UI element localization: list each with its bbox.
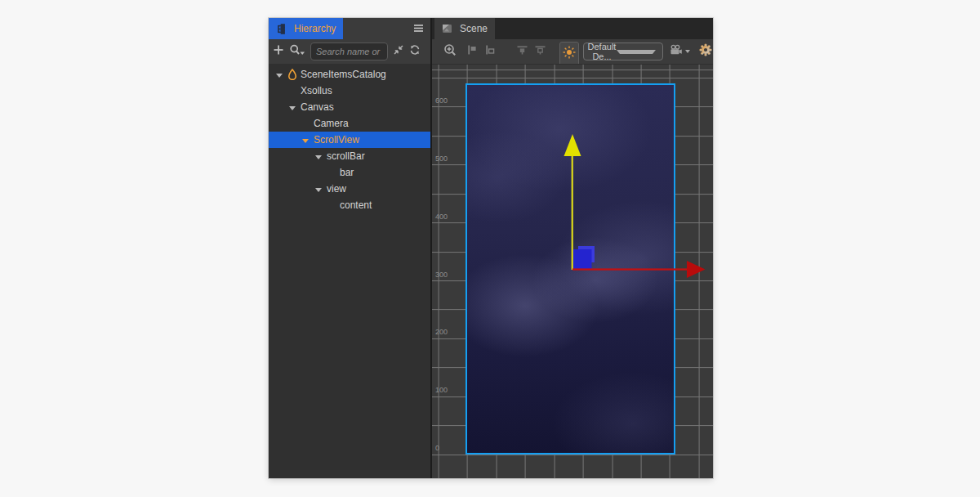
tree-node-camera[interactable]: Camera xyxy=(269,115,430,132)
add-node-button[interactable] xyxy=(273,44,284,59)
tree-node-label: content xyxy=(340,199,372,211)
tree-node-sceneitemscatalog[interactable]: SceneItemsCatalog xyxy=(269,66,430,83)
collapse-all-icon xyxy=(393,44,404,59)
scene-panel: Scene xyxy=(432,18,713,478)
hierarchy-menu-button[interactable] xyxy=(413,18,424,39)
plus-icon xyxy=(273,44,284,59)
resolution-dropdown-label: Default De... xyxy=(584,42,617,61)
expand-arrow-icon[interactable] xyxy=(315,155,322,159)
ruler-label: 0 xyxy=(435,444,439,453)
expand-arrow-icon[interactable] xyxy=(302,139,309,143)
tree-node-label: Xsollus xyxy=(301,85,332,96)
ruler-label: 500 xyxy=(435,154,448,163)
tree-node-label: Camera xyxy=(314,118,349,129)
align-right-icon xyxy=(484,44,497,59)
align-left-button[interactable] xyxy=(465,39,479,64)
resolution-dropdown[interactable]: Default De... xyxy=(583,43,663,60)
ruler-label: 100 xyxy=(435,386,448,395)
settings-button[interactable] xyxy=(699,39,712,64)
tree-node-label: view xyxy=(327,183,346,195)
gizmo-toggle-button[interactable] xyxy=(559,42,579,66)
distribute-top-icon xyxy=(516,44,528,59)
distribute-top-button[interactable] xyxy=(514,39,529,64)
tree-node-label: Canvas xyxy=(301,101,334,113)
tab-scene[interactable]: Scene xyxy=(434,18,495,39)
chevron-down-icon xyxy=(685,50,690,53)
align-right-button[interactable] xyxy=(483,39,497,64)
chevron-down-icon xyxy=(617,50,656,54)
collapse-all-button[interactable] xyxy=(393,44,404,59)
tree-node-view[interactable]: view xyxy=(269,181,430,197)
scene-tabstrip: Scene xyxy=(432,18,713,39)
zoom-in-icon xyxy=(443,43,457,60)
tree-node-label: SceneItemsCatalog xyxy=(301,69,386,80)
expand-arrow-icon[interactable] xyxy=(315,188,322,192)
refresh-icon xyxy=(409,44,421,59)
expand-arrow-icon[interactable] xyxy=(289,106,296,110)
ruler-label: 600 xyxy=(435,96,448,105)
tree-node-label: bar xyxy=(340,167,354,178)
ruler-label: 400 xyxy=(435,213,448,222)
hierarchy-panel: Hierarchy xyxy=(269,18,430,478)
tree-node-content[interactable]: content xyxy=(269,197,430,213)
hierarchy-tree: SceneItemsCatalogXsollusCanvasCameraScro… xyxy=(269,64,430,478)
tab-hierarchy[interactable]: Hierarchy xyxy=(269,18,343,39)
menu-icon xyxy=(413,21,424,36)
tree-node-label: ScrollView xyxy=(314,134,359,146)
scene-camera-icon xyxy=(670,44,683,59)
zoom-to-fit-button[interactable] xyxy=(442,39,458,64)
ruler-label: 300 xyxy=(435,271,448,280)
scene-viewport[interactable]: 6005004003002001000 xyxy=(432,64,713,478)
ruler-label: 200 xyxy=(435,328,448,337)
distribute-bottom-icon xyxy=(534,44,546,59)
tab-hierarchy-label: Hierarchy xyxy=(294,23,336,34)
tree-node-xsollus[interactable]: Xsollus xyxy=(269,83,430,99)
editor-window: Hierarchy xyxy=(269,18,713,478)
design-canvas[interactable] xyxy=(466,83,675,454)
tab-scene-label: Scene xyxy=(460,23,488,34)
expand-arrow-icon[interactable] xyxy=(276,74,283,78)
flame-icon xyxy=(287,69,297,80)
scene-image-icon xyxy=(442,24,452,34)
scene-camera-button[interactable] xyxy=(668,39,691,64)
gear-icon xyxy=(699,43,712,60)
tree-node-canvas[interactable]: Canvas xyxy=(269,99,430,115)
x-axis-arrow[interactable] xyxy=(687,261,706,278)
hierarchy-tree-icon xyxy=(276,24,287,34)
distribute-bottom-button[interactable] xyxy=(532,39,547,64)
search-filter-icon xyxy=(289,44,305,60)
refresh-button[interactable] xyxy=(409,44,421,59)
tree-node-scrollview[interactable]: ScrollView xyxy=(269,132,430,148)
gizmo-sun-icon xyxy=(563,46,576,62)
scene-toolbar: Default De... xyxy=(432,39,713,64)
align-left-icon xyxy=(466,44,479,59)
search-filter-button[interactable] xyxy=(289,44,305,60)
tree-node-label: scrollBar xyxy=(327,150,365,162)
hierarchy-tabstrip: Hierarchy xyxy=(269,18,430,39)
search-input[interactable] xyxy=(310,43,388,60)
tree-node-bar[interactable]: bar xyxy=(269,164,430,181)
hierarchy-toolbar xyxy=(269,39,430,64)
tree-node-scrollbar[interactable]: scrollBar xyxy=(269,148,430,164)
